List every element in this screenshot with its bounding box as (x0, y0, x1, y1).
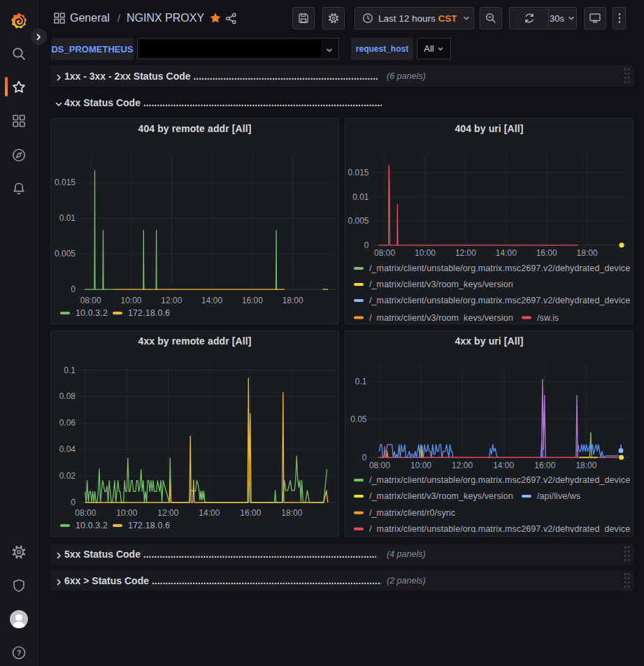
svg-text:/_matrix/client/v3/room_keys/v: /_matrix/client/v3/room_keys/version (369, 313, 513, 323)
svg-text:0: 0 (71, 284, 76, 294)
svg-text:14:00: 14:00 (496, 248, 517, 258)
svg-text:/_matrix/client/v3/room_keys/v: /_matrix/client/v3/room_keys/version (369, 491, 513, 501)
svg-text:0.04: 0.04 (59, 444, 76, 454)
svg-text:10:00: 10:00 (116, 508, 137, 518)
svg-text:08:00: 08:00 (75, 508, 96, 518)
svg-text:/sw.js: /sw.js (537, 313, 559, 323)
svg-text:0.1: 0.1 (64, 365, 76, 375)
svg-text:0.015: 0.015 (55, 178, 76, 187)
svg-text:0.1: 0.1 (355, 377, 367, 386)
svg-text:/api/live/ws: /api/live/ws (537, 491, 580, 501)
svg-text:12:00: 12:00 (452, 461, 473, 470)
svg-text:10:00: 10:00 (120, 296, 141, 305)
svg-text:10.0.3.2: 10.0.3.2 (76, 308, 108, 318)
svg-text:10:00: 10:00 (410, 461, 431, 470)
svg-text:16:00: 16:00 (534, 461, 555, 470)
svg-text:0.02: 0.02 (59, 471, 76, 481)
svg-text:/_matrix/client/v3/room_keys/v: /_matrix/client/v3/room_keys/version (369, 280, 513, 289)
svg-text:12:00: 12:00 (157, 508, 178, 518)
svg-text:/_matrix/client/unstable/org.m: /_matrix/client/unstable/org.matrix.msc2… (369, 296, 630, 305)
svg-text:10:00: 10:00 (415, 248, 436, 258)
svg-text:172.18.0.6: 172.18.0.6 (128, 521, 170, 530)
svg-text:08:00: 08:00 (374, 248, 395, 258)
svg-text:16:00: 16:00 (240, 508, 261, 518)
svg-text:?: ? (17, 649, 22, 657)
svg-text:0.06: 0.06 (59, 418, 76, 428)
svg-text:0.05: 0.05 (350, 414, 367, 424)
svg-text:14:00: 14:00 (493, 461, 514, 470)
svg-text:/_matrix/client/r0/sync: /_matrix/client/r0/sync (369, 508, 455, 518)
svg-text:18:00: 18:00 (282, 296, 303, 305)
svg-text:12:00: 12:00 (455, 248, 476, 258)
svg-text:16:00: 16:00 (242, 296, 263, 305)
svg-text:18:00: 18:00 (577, 248, 598, 258)
svg-text:0: 0 (71, 498, 76, 507)
svg-text:0: 0 (362, 453, 367, 463)
svg-text:12:00: 12:00 (161, 296, 182, 305)
svg-text:0: 0 (364, 240, 369, 250)
svg-text:0.01: 0.01 (59, 213, 76, 223)
svg-text:0.08: 0.08 (59, 391, 76, 401)
svg-text:/_matrix/client/unstable/org.m: /_matrix/client/unstable/org.matrix.msc2… (369, 524, 630, 534)
svg-text:/_matrix/client/unstable/org.m: /_matrix/client/unstable/org.matrix.msc2… (369, 263, 630, 273)
svg-text:172.18.0.6: 172.18.0.6 (128, 308, 170, 318)
svg-text:0.01: 0.01 (352, 192, 369, 202)
svg-text:14:00: 14:00 (199, 508, 220, 518)
svg-text:0.005: 0.005 (348, 216, 368, 226)
svg-text:18:00: 18:00 (575, 461, 596, 470)
svg-text:18:00: 18:00 (281, 508, 302, 518)
svg-text:08:00: 08:00 (80, 296, 101, 305)
svg-text:/_matrix/client/unstable/org.m: /_matrix/client/unstable/org.matrix.msc2… (369, 475, 630, 485)
svg-text:0.005: 0.005 (55, 249, 76, 259)
svg-text:10.0.3.2: 10.0.3.2 (76, 521, 108, 530)
svg-text:0.015: 0.015 (348, 168, 368, 178)
svg-text:16:00: 16:00 (536, 248, 557, 258)
svg-text:14:00: 14:00 (201, 296, 222, 305)
svg-text:08:00: 08:00 (369, 461, 390, 470)
